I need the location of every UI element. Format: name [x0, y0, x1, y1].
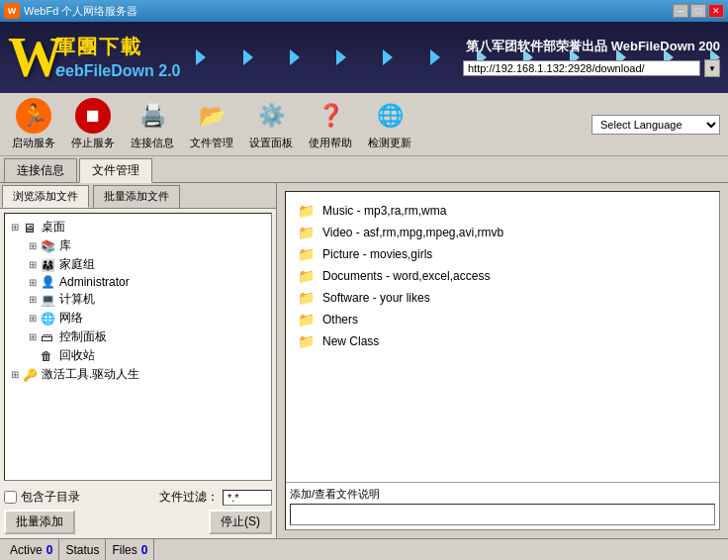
homegroup-icon: 👨‍👩‍👧 — [41, 258, 56, 272]
files-label: Files — [112, 543, 136, 557]
start-service-label: 启动服务 — [12, 136, 55, 150]
logo-chinese: 軍團下載 — [55, 34, 180, 60]
stop-service-button[interactable]: ⏹ 停止服务 — [67, 96, 119, 152]
arrow-icon — [196, 49, 206, 65]
window-title: WebFd 个人网络服务器 — [24, 4, 137, 19]
tree-item-label: 回收站 — [59, 347, 95, 364]
start-service-button[interactable]: 🏃 启动服务 — [8, 96, 59, 152]
folder-icon: 📁 — [298, 203, 315, 219]
tree-item-homegroup[interactable]: ⊞ 👨‍👩‍👧 家庭组 — [9, 255, 267, 274]
status-bar: Active 0 Status Files 0 — [0, 538, 728, 560]
folder-row[interactable]: 📁 Picture - movies,girls — [294, 243, 711, 265]
files-icon: 📂 — [194, 98, 229, 134]
desktop-icon: 🖥 — [23, 221, 39, 234]
computer-icon: 💻 — [41, 293, 56, 307]
active-value: 0 — [46, 543, 53, 557]
folder-row[interactable]: 📁 Others — [294, 309, 711, 330]
expand-icon: ⊞ — [11, 222, 23, 233]
close-button[interactable]: ✕ — [708, 4, 724, 18]
help-button[interactable]: ❓ 使用帮助 — [305, 96, 356, 152]
status-status-segment: Status — [59, 539, 106, 560]
url-dropdown-btn[interactable]: ▼ — [704, 59, 720, 77]
folder-row[interactable]: 📁 Documents - word,excel,access — [294, 265, 711, 287]
folder-icon: 📁 — [298, 246, 315, 262]
tree-item-desktop[interactable]: ⊞ 🖥 桌面 — [9, 218, 267, 236]
folder-icon: 📚 — [41, 239, 56, 253]
logo-english: eebFileDown 2.0 — [55, 60, 180, 81]
folder-name: Music - mp3,ra,rm,wma — [322, 204, 446, 218]
recycle-icon: 🗑 — [41, 349, 56, 363]
arrow-icon — [430, 49, 440, 65]
toolbar: 🏃 启动服务 ⏹ 停止服务 🖨️ 连接信息 📂 文件管理 ⚙️ 设置面板 ❓ 使… — [0, 93, 728, 156]
status-active-segment: Active 0 — [4, 539, 59, 560]
url-input[interactable] — [463, 60, 700, 76]
folder-icon: 📁 — [298, 290, 315, 306]
tree-item-label: 激活工具.驱动人生 — [42, 366, 139, 383]
tree-item-network[interactable]: ⊞ 🌐 网络 — [9, 309, 267, 327]
filter-label: 文件过滤： — [159, 489, 219, 506]
settings-button[interactable]: ⚙️ 设置面板 — [245, 96, 297, 152]
update-button[interactable]: 🌐 检测更新 — [364, 96, 415, 152]
help-icon: ❓ — [313, 98, 348, 134]
stop-button[interactable]: 停止(S) — [209, 510, 272, 534]
folder-row[interactable]: 📁 Music - mp3,ra,rm,wma — [294, 200, 711, 222]
network-icon: 🌐 — [41, 312, 56, 326]
tab-connect-info[interactable]: 连接信息 — [4, 158, 77, 182]
folder-list: 📁 Music - mp3,ra,rm,wma 📁 Video - asf,rm… — [286, 192, 719, 482]
expand-icon: ⊞ — [29, 294, 41, 305]
app-icon: W — [4, 3, 20, 19]
tree-item-label: 库 — [59, 237, 71, 254]
filter-input[interactable] — [223, 490, 272, 506]
file-desc-label: 添加/查看文件说明 — [290, 487, 715, 502]
files-value: 0 — [141, 543, 148, 557]
bottom-controls: 包含子目录 文件过滤： 批量添加 停止(S) — [0, 485, 276, 538]
maximize-button[interactable]: □ — [690, 4, 706, 18]
expand-icon: ⊞ — [29, 240, 41, 251]
connect-icon: 🖨️ — [135, 98, 170, 134]
batch-add-button[interactable]: 批量添加 — [4, 510, 75, 534]
tree-item-label: 桌面 — [42, 219, 65, 235]
connect-info-label: 连接信息 — [131, 136, 174, 150]
tree-item-admin[interactable]: ⊞ 👤 Administrator — [9, 274, 267, 290]
folder-name: Documents - word,excel,access — [322, 269, 490, 283]
tree-item-control-panel[interactable]: ⊞ 🗃 控制面板 — [9, 327, 267, 346]
status-files-segment: Files 0 — [106, 539, 154, 560]
active-label: Active — [10, 543, 43, 557]
file-icon: 🔑 — [23, 368, 39, 382]
arrow-icon — [336, 49, 346, 65]
title-bar: W WebFd 个人网络服务器 ─ □ ✕ — [0, 0, 728, 22]
folder-icon: 📁 — [298, 268, 315, 284]
folder-row[interactable]: 📁 New Class — [294, 330, 711, 352]
folder-name: Software - your likes — [322, 291, 430, 305]
expand-icon: ⊞ — [29, 331, 41, 342]
tree-item-computer[interactable]: ⊞ 💻 计算机 — [9, 290, 267, 309]
user-icon: 👤 — [41, 275, 56, 289]
file-tab-strip: 浏览添加文件 批量添加文件 — [0, 183, 276, 209]
expand-icon: ⊞ — [29, 259, 41, 270]
tab-batch-add[interactable]: 批量添加文件 — [93, 185, 180, 208]
language-select[interactable]: Select Language — [592, 115, 720, 135]
file-manage-button[interactable]: 📂 文件管理 — [186, 96, 237, 152]
folder-row[interactable]: 📁 Software - your likes — [294, 287, 711, 309]
tree-item-recycle[interactable]: 🗑 回收站 — [9, 346, 267, 365]
run-icon: 🏃 — [16, 98, 51, 134]
arrow-icon — [243, 49, 253, 65]
file-desc-input[interactable] — [290, 504, 715, 525]
folder-name: New Class — [322, 334, 379, 348]
left-panel: 浏览添加文件 批量添加文件 ⊞ 🖥 桌面 ⊞ 📚 库 ⊞ — [0, 183, 277, 538]
folder-name: Others — [322, 313, 358, 327]
folder-name: Video - asf,rm,mpg,mpeg,avi,rmvb — [322, 226, 503, 239]
include-subdirs-checkbox[interactable] — [4, 491, 17, 504]
settings-label: 设置面板 — [249, 136, 293, 150]
tab-browse-add[interactable]: 浏览添加文件 — [2, 185, 89, 208]
tree-item-activate[interactable]: ⊞ 🔑 激活工具.驱动人生 — [9, 365, 267, 384]
connect-info-button[interactable]: 🖨️ 连接信息 — [127, 96, 178, 152]
right-panel: 📁 Music - mp3,ra,rm,wma 📁 Video - asf,rm… — [285, 191, 720, 530]
expand-icon: ⊞ — [29, 313, 41, 324]
tab-file-manage[interactable]: 文件管理 — [79, 158, 152, 183]
file-tree[interactable]: ⊞ 🖥 桌面 ⊞ 📚 库 ⊞ 👨‍👩‍👧 家庭组 — [4, 213, 272, 481]
tree-item-library[interactable]: ⊞ 📚 库 — [9, 236, 267, 255]
minimize-button[interactable]: ─ — [673, 4, 688, 18]
folder-icon: 📁 — [298, 312, 315, 327]
folder-row[interactable]: 📁 Video - asf,rm,mpg,mpeg,avi,rmvb — [294, 222, 711, 243]
